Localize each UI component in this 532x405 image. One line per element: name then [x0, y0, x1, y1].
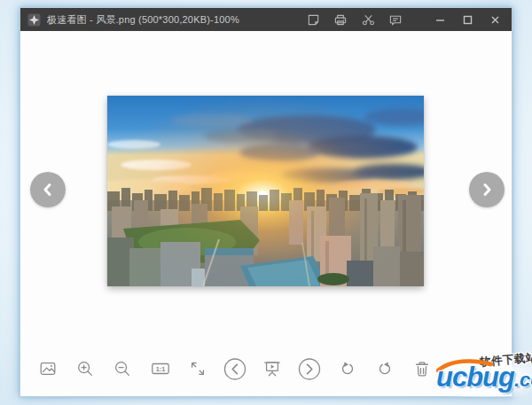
close-icon[interactable]: [487, 12, 503, 27]
actual-size-icon[interactable]: 1:1: [149, 357, 172, 380]
next-image-arrow[interactable]: [469, 172, 505, 207]
viewer-canvas: 1:1: [20, 31, 512, 396]
rotate-ccw-icon[interactable]: [373, 357, 396, 380]
delete-icon[interactable]: [411, 357, 434, 380]
app-logo-icon: [27, 13, 41, 27]
photo-viewport[interactable]: [107, 96, 424, 286]
titlebar[interactable]: 极速看图 - 风景.png (500*300,20KB)-100%: [20, 8, 512, 31]
previous-image-arrow[interactable]: [30, 172, 66, 207]
save-as-icon[interactable]: [305, 12, 321, 27]
slideshow-icon[interactable]: [261, 357, 284, 380]
browse-images-icon[interactable]: [36, 357, 59, 380]
minimize-icon[interactable]: [432, 12, 448, 27]
bottom-toolbar: 1:1: [36, 355, 434, 382]
fit-expand-icon[interactable]: [186, 357, 209, 380]
landscape-photo: [107, 96, 424, 286]
previous-image-icon[interactable]: [223, 357, 246, 380]
maximize-icon[interactable]: [459, 12, 475, 27]
titlebar-actions: [305, 12, 503, 27]
zoom-in-icon[interactable]: [74, 357, 97, 380]
crop-scissors-icon[interactable]: [360, 12, 376, 27]
rotate-cw-icon[interactable]: [336, 357, 359, 380]
next-image-icon[interactable]: [298, 357, 321, 380]
app-window: 极速看图 - 风景.png (500*300,20KB)-100%: [20, 7, 512, 397]
chevron-left-icon: [41, 183, 55, 197]
feedback-icon[interactable]: [387, 12, 403, 27]
window-title: 极速看图 - 风景.png (500*300,20KB)-100%: [47, 13, 305, 27]
zoom-out-icon[interactable]: [111, 357, 134, 380]
watermark-brand-tld: .cc: [514, 369, 532, 391]
svg-text:1:1: 1:1: [155, 365, 165, 373]
print-icon[interactable]: [332, 12, 348, 27]
chevron-right-icon: [480, 183, 494, 197]
